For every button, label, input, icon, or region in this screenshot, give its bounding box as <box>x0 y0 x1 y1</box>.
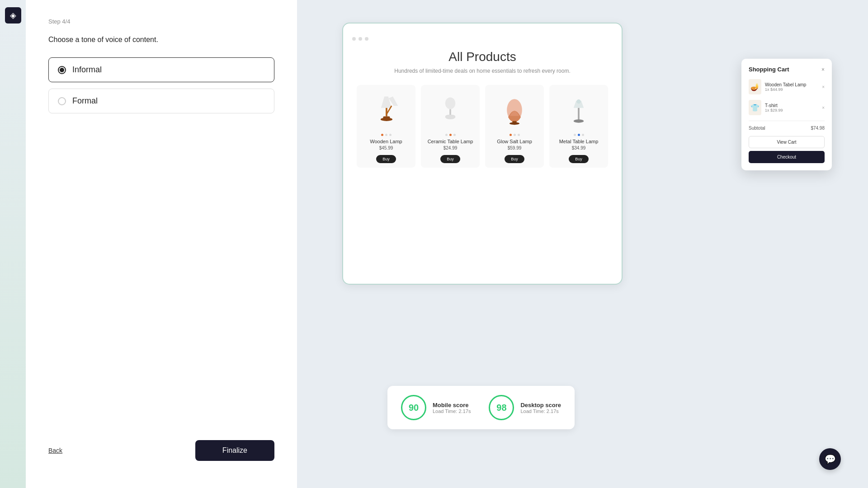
cart-item-0-qty: 1x $44.99 <box>765 87 818 92</box>
cart-item-1-qty: 1x $29.99 <box>765 108 818 113</box>
dot-3 <box>389 134 392 136</box>
metal-lamp-name: Metal Table Lamp <box>554 139 604 144</box>
preview-card: All Products Hundreds of limited-time de… <box>342 23 623 285</box>
desktop-score-circle: 98 <box>489 395 514 420</box>
radio-informal <box>58 66 66 74</box>
option-formal-label: Formal <box>72 96 98 106</box>
ceramic-lamp-buy[interactable]: Buy <box>440 155 460 163</box>
cart-item-1-info: T-shirt 1x $29.99 <box>765 103 818 113</box>
desktop-score-item: 98 Desktop score Load Time: 2.17s <box>489 395 561 420</box>
svg-point-6 <box>445 97 455 109</box>
dot-3 <box>582 134 584 136</box>
dot-2 <box>449 134 452 136</box>
desktop-score-sub: Load Time: 2.17s <box>520 408 561 414</box>
dot-3 <box>518 134 520 136</box>
product-salt-lamp: Glow Salt Lamp $59.99 Buy <box>485 85 544 168</box>
svg-point-9 <box>445 115 455 119</box>
checkout-button[interactable]: Checkout <box>749 151 825 163</box>
mobile-score-label: Mobile score <box>433 402 471 408</box>
cart-item-0-remove[interactable]: × <box>822 84 825 89</box>
option-informal-label: Informal <box>72 65 102 75</box>
product-wooden-lamp: Wooden Lamp $45.99 Buy <box>357 85 415 168</box>
chat-icon: 💬 <box>825 454 836 465</box>
view-cart-button[interactable]: View Cart <box>749 136 825 148</box>
radio-formal <box>58 97 66 105</box>
cart-item-1-name: T-shirt <box>765 103 818 108</box>
wooden-lamp-image <box>361 89 411 130</box>
dot-3 <box>453 134 456 136</box>
metal-lamp-price: $34.99 <box>554 145 604 150</box>
cart-item-0-name: Wooden Tabel Lamp <box>765 82 818 87</box>
cart-header: Shopping Cart × <box>749 66 825 73</box>
browser-dot-2 <box>359 37 362 41</box>
sidebar-strip: ◈ <box>0 0 26 488</box>
dot-2 <box>514 134 516 136</box>
svg-point-12 <box>509 122 519 125</box>
score-card: 90 Mobile score Load Time: 2.17s 98 Desk… <box>387 386 575 429</box>
desktop-score-label: Desktop score <box>520 402 561 408</box>
ceramic-lamp-image <box>425 89 475 130</box>
cart-title: Shopping Cart <box>749 66 789 73</box>
salt-lamp-dots <box>490 134 539 136</box>
dot-1 <box>445 134 448 136</box>
svg-rect-14 <box>578 108 580 120</box>
ceramic-lamp-price: $24.99 <box>425 145 475 150</box>
option-formal[interactable]: Formal <box>48 89 274 113</box>
mobile-score-item: 90 Mobile score Load Time: 2.17s <box>401 395 471 420</box>
dot-1 <box>509 134 512 136</box>
dot-1 <box>381 134 383 136</box>
salt-lamp-name: Glow Salt Lamp <box>490 139 539 144</box>
svg-point-3 <box>380 117 392 121</box>
cart-subtotal: Subtotal $74.98 <box>749 126 825 131</box>
desktop-score-info: Desktop score Load Time: 2.17s <box>520 402 561 414</box>
cart-item-0-info: Wooden Tabel Lamp 1x $44.99 <box>765 82 818 92</box>
cart-popup: Shopping Cart × 🪔 Wooden Tabel Lamp 1x $… <box>741 59 832 170</box>
bottom-actions: Back Finalize <box>48 440 274 461</box>
products-title: All Products <box>352 50 613 64</box>
salt-lamp-buy[interactable]: Buy <box>505 155 524 163</box>
back-button[interactable]: Back <box>48 447 62 454</box>
cart-item-1: 👕 T-shirt 1x $29.99 × <box>749 100 825 115</box>
logo: ◈ <box>5 7 21 23</box>
wooden-lamp-price: $45.99 <box>361 145 411 150</box>
dot-2 <box>578 134 580 136</box>
cart-subtotal-label: Subtotal <box>749 126 765 131</box>
wooden-lamp-buy[interactable]: Buy <box>376 155 396 163</box>
mobile-score-value: 90 <box>409 403 419 413</box>
right-panel: All Products Hundreds of limited-time de… <box>297 0 868 488</box>
wooden-lamp-name: Wooden Lamp <box>361 139 411 144</box>
cart-item-0: 🪔 Wooden Tabel Lamp 1x $44.99 × <box>749 79 825 94</box>
salt-lamp-image <box>490 89 539 130</box>
salt-lamp-price: $59.99 <box>490 145 539 150</box>
chat-bubble-button[interactable]: 💬 <box>819 448 841 470</box>
metal-lamp-dots <box>554 134 604 136</box>
products-grid: Wooden Lamp $45.99 Buy <box>352 85 613 168</box>
browser-dots <box>352 37 613 41</box>
cart-divider <box>749 121 825 121</box>
browser-dot-3 <box>365 37 368 41</box>
desktop-score-value: 98 <box>496 403 506 413</box>
left-panel: Step 4/4 Choose a tone of voice of conte… <box>26 0 297 488</box>
ceramic-lamp-name: Ceramic Table Lamp <box>425 139 475 144</box>
svg-point-16 <box>576 99 580 103</box>
question-label: Choose a tone of voice of content. <box>48 36 274 44</box>
mobile-score-sub: Load Time: 2.17s <box>433 408 471 414</box>
mobile-score-info: Mobile score Load Time: 2.17s <box>433 402 471 414</box>
products-subtitle: Hundreds of limited-time deals on home e… <box>352 68 613 74</box>
cart-item-0-img: 🪔 <box>749 79 761 94</box>
metal-lamp-image <box>554 89 604 130</box>
ceramic-lamp-dots <box>425 134 475 136</box>
svg-rect-7 <box>449 109 451 116</box>
cart-close-button[interactable]: × <box>821 66 825 73</box>
option-informal[interactable]: Informal <box>48 57 274 82</box>
metal-lamp-buy[interactable]: Buy <box>569 155 589 163</box>
logo-symbol: ◈ <box>10 10 16 20</box>
cart-item-1-img: 👕 <box>749 100 761 115</box>
cart-subtotal-value: $74.98 <box>811 126 825 131</box>
step-label: Step 4/4 <box>48 18 274 25</box>
dot-2 <box>385 134 387 136</box>
product-ceramic-lamp: Ceramic Table Lamp $24.99 Buy <box>421 85 480 168</box>
cart-item-1-remove[interactable]: × <box>822 105 825 110</box>
browser-dot-1 <box>352 37 356 41</box>
finalize-button[interactable]: Finalize <box>195 440 274 461</box>
